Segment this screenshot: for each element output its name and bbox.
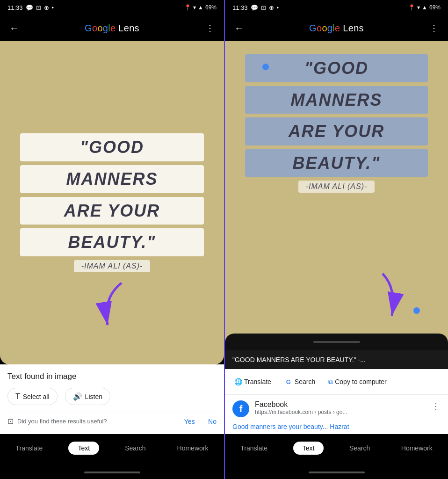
selection-handle-bottom[interactable] (413, 307, 420, 314)
search-action-button[interactable]: G Search (279, 374, 321, 390)
nav-text-right[interactable]: Text (293, 442, 324, 455)
image-area-right: "GOOD MANNERS ARE YOUR BEAUTY." -IMAM AL… (225, 41, 448, 350)
facebook-url: https://m.facebook.com › posts › go... (255, 409, 426, 415)
select-all-label: Select all (23, 393, 50, 400)
facebook-result: f Facebook https://m.facebook.com › post… (225, 395, 448, 423)
home-indicator-left (84, 472, 140, 473)
nav-text-label-left: Text (78, 444, 90, 452)
nav-search-right[interactable]: Search (344, 442, 376, 455)
bottom-panel-left: Text found in image T Select all 🔊 Liste… (0, 364, 224, 434)
listen-icon: 🔊 (73, 392, 82, 401)
nav-text-left[interactable]: Text (68, 442, 99, 455)
vpn-icon-r: ⊕ (269, 4, 274, 11)
right-phone-panel: 11:33 💬 ⊡ ⊕ • 📍 ▾ ▲ 69% ← Google Lens ⋮ … (224, 0, 448, 479)
home-bar-right (225, 466, 448, 479)
text-found-section: Text found in image T Select all 🔊 Liste… (0, 364, 224, 434)
arrow-annotation-left (94, 278, 131, 336)
nav-translate-left[interactable]: Translate (10, 442, 49, 455)
no-button[interactable]: No (208, 418, 217, 425)
status-icons-left: 📍 ▾ ▲ 69% (184, 4, 217, 11)
copy-icon: ⧉ (328, 378, 333, 386)
nav-homework-label-right: Homework (401, 444, 433, 452)
quote-attribution-left: -IMAM ALI (AS)- (74, 260, 151, 272)
screen-icon-r: ⊡ (261, 4, 266, 11)
dot-icon-r: • (277, 4, 279, 11)
translate-action-button[interactable]: 🌐 Translate (229, 374, 277, 389)
bottom-nav-left: Translate Text Search Homework (0, 434, 224, 466)
nav-homework-left[interactable]: Homework (172, 442, 214, 455)
google-o1: o (92, 23, 97, 33)
search-action-label: Search (295, 378, 315, 385)
wifi-icon-r: ▾ (417, 4, 420, 11)
quote-box-good: "GOOD (20, 133, 204, 161)
google-e-r: e (335, 23, 340, 33)
header-right: ← Google Lens ⋮ (225, 15, 448, 41)
result-preview[interactable]: Good manners are your beauty... Hazrat (225, 423, 448, 434)
arrow-svg-left (94, 278, 131, 334)
quote-image-right: "GOOD MANNERS ARE YOUR BEAUTY." -IMAM AL… (225, 41, 448, 350)
quote-image-left: "GOOD MANNERS ARE YOUR BEAUTY." -IMAM AL… (0, 41, 224, 364)
google-o2-r: o (322, 23, 327, 33)
time-right: 11:33 (232, 4, 248, 11)
yes-button[interactable]: Yes (184, 418, 195, 425)
quote-line3: ARE YOUR (29, 202, 195, 220)
back-button-right[interactable]: ← (232, 21, 246, 36)
quote-box-are-r: ARE YOUR (245, 117, 428, 145)
quote-box-beauty: BEAUTY." (20, 228, 204, 256)
battery-left: 69% (205, 4, 217, 11)
quote-line2-r: MANNERS (254, 91, 419, 109)
listen-chip[interactable]: 🔊 Listen (65, 388, 110, 405)
translate-icon: 🌐 (234, 378, 242, 385)
quote-line1: "GOOD (29, 138, 195, 157)
location-icon-r: 📍 (408, 4, 415, 11)
nav-translate-right[interactable]: Translate (235, 442, 273, 455)
phone-home-bar (313, 341, 360, 343)
home-indicator-right (309, 472, 365, 473)
facebook-more-button[interactable]: ⋮ (431, 400, 441, 412)
more-button-right[interactable]: ⋮ (427, 21, 441, 36)
text-icon: T (15, 392, 20, 401)
arrow-svg-right (373, 269, 411, 325)
app-title-left: Google Lens (85, 23, 139, 34)
quote-box-are: ARE YOUR (20, 197, 204, 225)
google-g2: g (103, 23, 108, 33)
home-bar-left (0, 466, 224, 479)
feedback-row: ⊡ Did you find these results useful? Yes… (7, 412, 217, 430)
quote-box-manners-r: MANNERS (245, 86, 428, 114)
status-time-right: 11:33 💬 ⊡ ⊕ • (232, 4, 279, 11)
more-button-left[interactable]: ⋮ (203, 21, 217, 36)
extracted-text-bar: "GOOD MANNERS ARE YOUR BEAUTY." -... (225, 350, 448, 369)
action-buttons-row: T Select all 🔊 Listen (7, 388, 217, 405)
quote-line3-r: ARE YOUR (254, 122, 419, 141)
facebook-content: Facebook https://m.facebook.com › posts … (255, 400, 426, 415)
quote-line4-r: BEAUTY." (254, 154, 419, 173)
nav-homework-right[interactable]: Homework (396, 442, 438, 455)
arrow-annotation-right (373, 269, 411, 327)
facebook-icon: f (232, 400, 249, 417)
back-button-left[interactable]: ← (7, 21, 21, 36)
signal-icon: ▲ (198, 4, 203, 11)
nav-translate-label-left: Translate (16, 444, 43, 452)
dot-icon: • (52, 4, 54, 11)
vpn-icon: ⊕ (44, 4, 49, 11)
bottom-nav-right: Translate Text Search Homework (225, 434, 448, 466)
quote-box-good-r: "GOOD (245, 54, 428, 82)
selection-handle-top[interactable] (262, 64, 269, 70)
select-all-chip[interactable]: T Select all (7, 388, 58, 405)
quote-line1-r: "GOOD (254, 59, 419, 78)
copy-action-label: Copy to computer (335, 378, 387, 385)
google-e: e (110, 23, 116, 33)
status-bar-right: 11:33 💬 ⊡ ⊕ • 📍 ▾ ▲ 69% (225, 0, 448, 15)
quote-box-manners: MANNERS (20, 165, 204, 193)
google-g: G (85, 23, 92, 33)
lens-text: Lens (116, 23, 139, 33)
nav-search-left[interactable]: Search (119, 442, 151, 455)
location-icon: 📍 (184, 4, 191, 11)
left-phone-panel: 11:33 💬 ⊡ ⊕ • 📍 ▾ ▲ 69% ← Google Lens ⋮ … (0, 0, 224, 479)
copy-action-button[interactable]: ⧉ Copy to computer (323, 374, 392, 390)
screen-icon: ⊡ (36, 4, 41, 11)
google-o1-r: o (317, 23, 322, 33)
facebook-title: Facebook (255, 400, 426, 409)
phone-bottom-bar (225, 334, 448, 350)
wifi-icon: ▾ (193, 4, 196, 11)
